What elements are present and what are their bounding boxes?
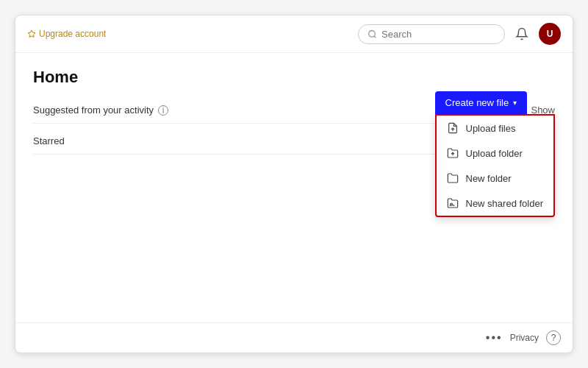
- suggested-info-icon[interactable]: i: [158, 105, 168, 116]
- notifications-button[interactable]: [512, 24, 531, 43]
- main-content: Home Suggested from your activity i Show…: [15, 53, 573, 322]
- dropdown-item-upload-folder[interactable]: Upload folder: [437, 141, 554, 166]
- svg-point-1: [369, 30, 376, 37]
- more-options-button[interactable]: •••: [486, 331, 503, 344]
- create-dropdown-menu: Upload files Upload folder New: [435, 114, 556, 217]
- privacy-link[interactable]: Privacy: [510, 333, 539, 343]
- footer: ••• Privacy ?: [15, 322, 573, 353]
- avatar[interactable]: U: [539, 23, 561, 45]
- create-new-file-wrapper: Create new file ▾ Upload files: [435, 91, 556, 217]
- dropdown-item-upload-files[interactable]: Upload files: [437, 116, 554, 141]
- upgrade-account-link[interactable]: Upgrade account: [27, 29, 106, 39]
- header: Upgrade account U: [15, 15, 573, 53]
- help-button[interactable]: ?: [546, 330, 561, 345]
- new-shared-folder-icon: [447, 197, 459, 209]
- page-title: Home: [33, 68, 555, 87]
- search-box[interactable]: [358, 24, 505, 44]
- upgrade-label: Upgrade account: [39, 29, 106, 39]
- star-icon: [27, 29, 36, 38]
- starred-section-title: Starred: [33, 135, 65, 146]
- app-window: Upgrade account U Home Suggested from yo…: [15, 15, 573, 353]
- search-input[interactable]: [381, 29, 495, 40]
- bell-icon: [515, 27, 528, 40]
- dropdown-item-new-folder[interactable]: New folder: [437, 166, 554, 191]
- search-icon: [368, 29, 377, 39]
- dropdown-item-new-shared-folder[interactable]: New shared folder: [437, 191, 554, 216]
- create-new-file-button[interactable]: Create new file ▾: [435, 91, 528, 114]
- svg-line-2: [374, 36, 376, 38]
- chevron-down-icon: ▾: [513, 99, 517, 107]
- svg-marker-0: [28, 30, 35, 38]
- new-folder-icon: [447, 172, 459, 184]
- upload-folder-icon: [447, 147, 459, 159]
- upload-file-icon: [447, 122, 459, 134]
- suggested-section-title: Suggested from your activity i: [33, 105, 168, 116]
